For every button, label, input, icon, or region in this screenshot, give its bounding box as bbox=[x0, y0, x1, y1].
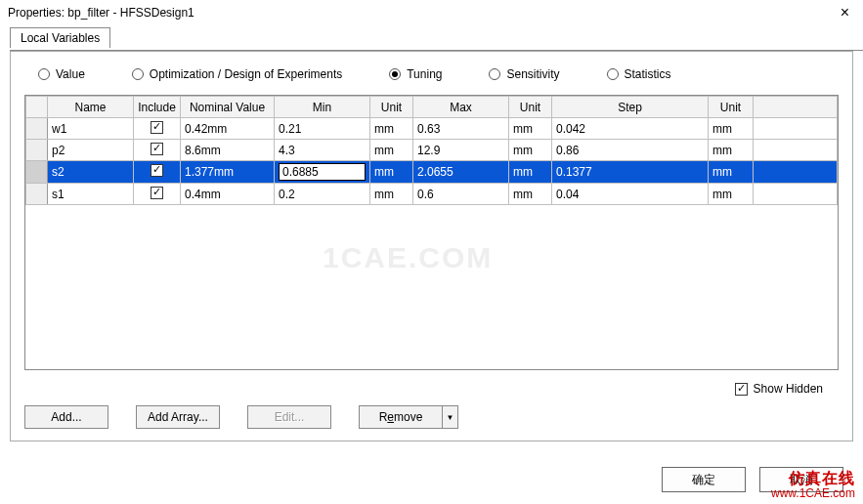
radio-label: Optimization / Design of Experiments bbox=[150, 67, 342, 81]
show-hidden-label: Show Hidden bbox=[754, 382, 823, 396]
cell-name[interactable]: s2 bbox=[48, 161, 134, 184]
table-row[interactable]: s21.377mm0.6885mm2.0655mm0.1377mm bbox=[26, 161, 838, 184]
tab-local-variables[interactable]: Local Variables bbox=[10, 27, 110, 48]
close-button[interactable]: × bbox=[835, 4, 855, 21]
table-row[interactable]: p28.6mm4.3mm12.9mm0.86mm bbox=[26, 140, 838, 161]
cell-unit[interactable]: mm bbox=[509, 140, 552, 161]
cell-include[interactable] bbox=[134, 140, 181, 161]
radio-sensitivity[interactable]: Sensitivity bbox=[489, 67, 559, 81]
cell-nominal[interactable]: 1.377mm bbox=[181, 161, 275, 184]
radio-icon bbox=[38, 68, 50, 80]
col-stub bbox=[26, 97, 48, 118]
cell-include[interactable] bbox=[134, 118, 181, 140]
col-end bbox=[754, 97, 838, 118]
cell-end[interactable] bbox=[754, 161, 838, 184]
view-radio-group: Value Optimization / Design of Experimen… bbox=[24, 65, 839, 95]
radio-tuning[interactable]: Tuning bbox=[389, 67, 442, 81]
radio-statistics[interactable]: Statistics bbox=[607, 67, 671, 81]
table-row[interactable]: s10.4mm0.2mm0.6mm0.04mm bbox=[26, 184, 838, 205]
grid-header-row: Name Include Nominal Value Min Unit Max … bbox=[26, 97, 838, 118]
radio-icon bbox=[132, 68, 144, 80]
cell-max[interactable]: 0.63 bbox=[413, 118, 509, 140]
cell-unit[interactable]: mm bbox=[709, 118, 754, 140]
checkbox-icon bbox=[151, 121, 163, 134]
cell-min[interactable]: 0.2 bbox=[275, 184, 370, 205]
cell-name[interactable]: s1 bbox=[48, 184, 134, 205]
col-name[interactable]: Name bbox=[48, 97, 134, 118]
col-max[interactable]: Max bbox=[413, 97, 509, 118]
variables-grid[interactable]: Name Include Nominal Value Min Unit Max … bbox=[24, 95, 839, 370]
tab-underline bbox=[10, 50, 863, 51]
cell-unit[interactable]: mm bbox=[370, 118, 413, 140]
radio-label: Value bbox=[56, 67, 85, 81]
radio-icon bbox=[489, 68, 500, 80]
radio-value[interactable]: Value bbox=[38, 67, 85, 81]
cell-unit[interactable]: mm bbox=[509, 184, 552, 205]
col-unit1[interactable]: Unit bbox=[370, 97, 413, 118]
cell-end[interactable] bbox=[754, 118, 838, 140]
cell-min[interactable]: 0.21 bbox=[275, 118, 370, 140]
row-stub[interactable] bbox=[26, 161, 48, 184]
cell-step[interactable]: 0.1377 bbox=[552, 161, 709, 184]
cell-nominal[interactable]: 0.42mm bbox=[181, 118, 275, 140]
cell-step[interactable]: 0.04 bbox=[552, 184, 709, 205]
col-unit3[interactable]: Unit bbox=[709, 97, 754, 118]
cell-unit[interactable]: mm bbox=[509, 118, 552, 140]
checkbox-icon bbox=[151, 164, 163, 177]
remove-post: move bbox=[394, 410, 422, 424]
col-nominal[interactable]: Nominal Value bbox=[181, 97, 275, 118]
cell-step[interactable]: 0.86 bbox=[552, 140, 709, 161]
grid-button-row: Add... Add Array... Edit... Remove ▼ bbox=[24, 405, 458, 429]
remove-ul: e bbox=[387, 410, 394, 424]
row-stub[interactable] bbox=[26, 118, 48, 140]
remove-button-group[interactable]: Remove ▼ bbox=[359, 405, 458, 429]
radio-optimization[interactable]: Optimization / Design of Experiments bbox=[132, 67, 342, 81]
cell-min[interactable]: 4.3 bbox=[275, 140, 370, 161]
cell-max[interactable]: 12.9 bbox=[413, 140, 509, 161]
radio-icon bbox=[607, 68, 619, 80]
remove-button[interactable]: Remove bbox=[359, 405, 443, 429]
cancel-button[interactable]: 取消 bbox=[759, 467, 843, 492]
col-unit2[interactable]: Unit bbox=[509, 97, 552, 118]
cell-include[interactable] bbox=[134, 184, 181, 205]
cell-min[interactable]: 0.6885 bbox=[275, 161, 370, 184]
remove-dropdown-arrow[interactable]: ▼ bbox=[443, 405, 458, 429]
edit-button: Edit... bbox=[247, 405, 331, 429]
cell-max[interactable]: 2.0655 bbox=[413, 161, 509, 184]
radio-label: Tuning bbox=[407, 67, 442, 81]
add-array-button[interactable]: Add Array... bbox=[136, 405, 220, 429]
cell-unit[interactable]: mm bbox=[370, 161, 413, 184]
cell-unit[interactable]: mm bbox=[509, 161, 552, 184]
checkbox-icon bbox=[735, 383, 748, 396]
row-stub[interactable] bbox=[26, 184, 48, 205]
cell-unit[interactable]: mm bbox=[709, 161, 754, 184]
cell-nominal[interactable]: 8.6mm bbox=[181, 140, 275, 161]
cell-include[interactable] bbox=[134, 161, 181, 184]
cell-name[interactable]: w1 bbox=[48, 118, 134, 140]
radio-icon bbox=[389, 68, 401, 80]
window-title: Properties: bp_filter - HFSSDesign1 bbox=[8, 6, 194, 20]
col-min[interactable]: Min bbox=[275, 97, 370, 118]
cell-unit[interactable]: mm bbox=[370, 184, 413, 205]
table-row[interactable]: w10.42mm0.21mm0.63mm0.042mm bbox=[26, 118, 838, 140]
dialog-button-row: 确定 取消 bbox=[662, 467, 843, 492]
cell-unit[interactable]: mm bbox=[709, 140, 754, 161]
cell-nominal[interactable]: 0.4mm bbox=[181, 184, 275, 205]
cell-end[interactable] bbox=[754, 184, 838, 205]
ok-button[interactable]: 确定 bbox=[662, 467, 746, 492]
checkbox-icon bbox=[151, 187, 163, 199]
col-step[interactable]: Step bbox=[552, 97, 709, 118]
cell-step[interactable]: 0.042 bbox=[552, 118, 709, 140]
checkbox-icon bbox=[151, 143, 163, 155]
cell-editor[interactable]: 0.6885 bbox=[279, 163, 366, 181]
tab-strip: Local Variables bbox=[10, 27, 863, 51]
show-hidden-checkbox[interactable]: Show Hidden bbox=[735, 382, 823, 396]
cell-unit[interactable]: mm bbox=[709, 184, 754, 205]
cell-unit[interactable]: mm bbox=[370, 140, 413, 161]
row-stub[interactable] bbox=[26, 140, 48, 161]
cell-name[interactable]: p2 bbox=[48, 140, 134, 161]
cell-max[interactable]: 0.6 bbox=[413, 184, 509, 205]
cell-end[interactable] bbox=[754, 140, 838, 161]
add-button[interactable]: Add... bbox=[24, 405, 108, 429]
col-include[interactable]: Include bbox=[134, 97, 181, 118]
